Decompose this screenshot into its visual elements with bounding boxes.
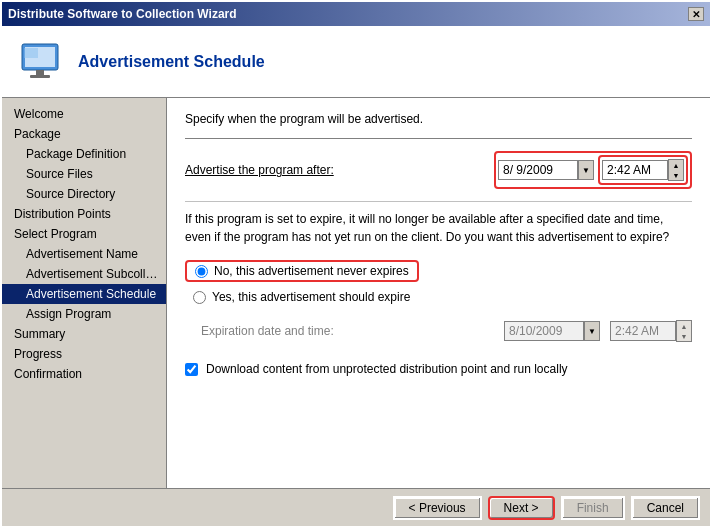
sidebar: Welcome Package Package Definition Sourc…	[2, 98, 167, 488]
time-input-group: ▲ ▼	[598, 155, 688, 185]
advertise-row: Advertise the program after: ▼ ▲ ▼	[185, 151, 692, 189]
exp-spin-up: ▲	[677, 321, 691, 331]
finish-button[interactable]: Finish	[561, 496, 625, 520]
sidebar-item-confirmation[interactable]: Confirmation	[2, 364, 166, 384]
sidebar-item-advertisement-subcollection[interactable]: Advertisement Subcollec...	[2, 264, 166, 284]
exp-date-dropdown: ▼	[584, 321, 600, 341]
svg-rect-3	[30, 75, 50, 78]
time-input[interactable]	[602, 160, 668, 180]
sidebar-item-source-files[interactable]: Source Files	[2, 164, 166, 184]
radio-never-input[interactable]	[195, 265, 208, 278]
wizard-window: Distribute Software to Collection Wizard…	[0, 0, 712, 528]
expiration-row: Expiration date and time: ▼ ▲ ▼	[185, 320, 692, 342]
wizard-icon	[16, 38, 64, 86]
exp-time-group: ▲ ▼	[610, 320, 692, 342]
expire-info: If this program is set to expire, it wil…	[185, 201, 692, 246]
main-description: Specify when the program will be adverti…	[185, 112, 692, 126]
date-combo[interactable]: ▼	[498, 160, 594, 180]
exp-date-combo: ▼	[504, 321, 600, 341]
sidebar-item-welcome[interactable]: Welcome	[2, 104, 166, 124]
time-spin-up[interactable]: ▲	[669, 160, 683, 170]
date-dropdown-button[interactable]: ▼	[578, 160, 594, 180]
radio-should-input[interactable]	[193, 291, 206, 304]
next-button[interactable]: Next >	[488, 496, 555, 520]
sidebar-item-advertisement-schedule[interactable]: Advertisement Schedule	[2, 284, 166, 304]
header-area: Advertisement Schedule	[2, 26, 710, 98]
window-title: Distribute Software to Collection Wizard	[8, 7, 237, 21]
sidebar-item-package-definition[interactable]: Package Definition	[2, 144, 166, 164]
title-bar: Distribute Software to Collection Wizard…	[2, 2, 710, 26]
expiration-label: Expiration date and time:	[201, 324, 334, 338]
exp-time-input	[610, 321, 676, 341]
cancel-button[interactable]: Cancel	[631, 496, 700, 520]
close-button[interactable]: ✕	[688, 7, 704, 21]
previous-button[interactable]: < Previous	[393, 496, 482, 520]
exp-time-spin: ▲ ▼	[676, 320, 692, 342]
sidebar-item-distribution-points[interactable]: Distribution Points	[2, 204, 166, 224]
advertise-label: Advertise the program after:	[185, 163, 334, 177]
sidebar-item-summary[interactable]: Summary	[2, 324, 166, 344]
main-panel: Specify when the program will be adverti…	[167, 98, 710, 488]
exp-spin-down: ▼	[677, 331, 691, 341]
radio-never-option[interactable]: No, this advertisement never expires	[185, 260, 419, 282]
content-area: Welcome Package Package Definition Sourc…	[2, 98, 710, 488]
date-input[interactable]	[498, 160, 578, 180]
sidebar-item-package[interactable]: Package	[2, 124, 166, 144]
radio-never-label: No, this advertisement never expires	[214, 264, 409, 278]
separator	[185, 138, 692, 139]
time-spin-down[interactable]: ▼	[669, 170, 683, 180]
header-title: Advertisement Schedule	[78, 53, 265, 71]
sidebar-item-select-program[interactable]: Select Program	[2, 224, 166, 244]
sidebar-item-progress[interactable]: Progress	[2, 344, 166, 364]
download-checkbox[interactable]	[185, 363, 198, 376]
advertise-date-group: ▼ ▲ ▼	[494, 151, 692, 189]
sidebar-item-advertisement-name[interactable]: Advertisement Name	[2, 244, 166, 264]
footer-area: < Previous Next > Finish Cancel	[2, 488, 710, 526]
time-spin-buttons: ▲ ▼	[668, 159, 684, 181]
sidebar-item-assign-program[interactable]: Assign Program	[2, 304, 166, 324]
radio-should-label: Yes, this advertisement should expire	[212, 290, 410, 304]
svg-rect-2	[36, 70, 44, 75]
exp-date-input	[504, 321, 584, 341]
download-checkbox-label: Download content from unprotected distri…	[206, 362, 568, 376]
checkbox-row[interactable]: Download content from unprotected distri…	[185, 362, 692, 376]
sidebar-item-source-directory[interactable]: Source Directory	[2, 184, 166, 204]
radio-group: No, this advertisement never expires Yes…	[185, 260, 692, 310]
svg-rect-4	[24, 48, 38, 58]
radio-should-option[interactable]: Yes, this advertisement should expire	[185, 288, 418, 306]
